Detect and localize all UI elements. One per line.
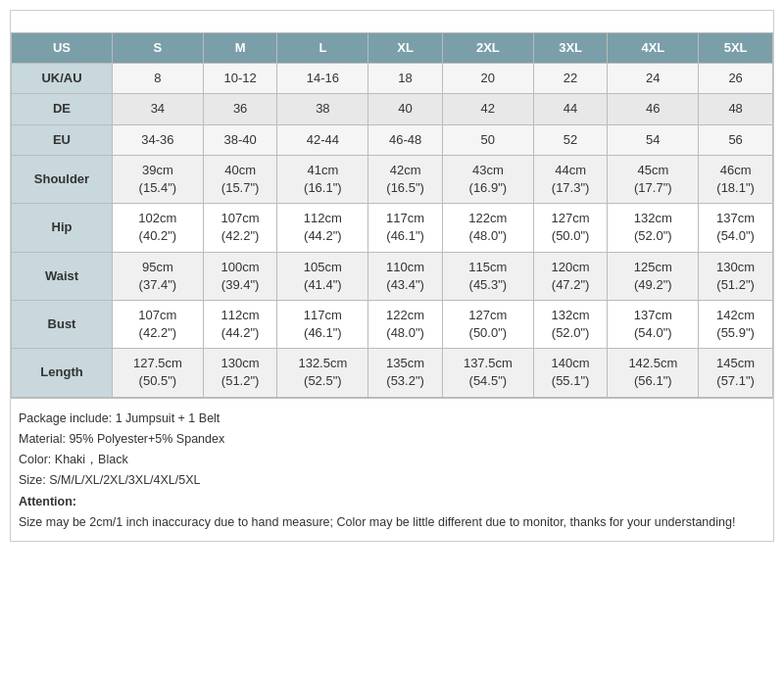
table-cell: 24 bbox=[608, 64, 699, 94]
row-label: Hip bbox=[12, 204, 113, 252]
table-cell: 46 bbox=[608, 94, 699, 124]
table-cell: 132.5cm(52.5") bbox=[277, 349, 368, 397]
table-row: Waist95cm(37.4")100cm(39.4")105cm(41.4")… bbox=[12, 252, 773, 300]
row-label: UK/AU bbox=[12, 64, 113, 94]
notes-section: Package include: 1 Jumpsuit + 1 BeltMate… bbox=[11, 398, 773, 542]
row-label: DE bbox=[12, 94, 113, 124]
table-cell: 34-36 bbox=[112, 124, 203, 155]
table-cell: 120cm(47.2") bbox=[533, 252, 608, 300]
table-row: DE3436384042444648 bbox=[12, 94, 773, 124]
table-row: Length127.5cm(50.5")130cm(51.2")132.5cm(… bbox=[12, 349, 773, 397]
table-cell: 130cm(51.2") bbox=[203, 349, 277, 397]
table-cell: 127cm(50.0") bbox=[533, 204, 608, 252]
table-cell: 42cm(16.5") bbox=[368, 155, 443, 203]
table-cell: 107cm(42.2") bbox=[203, 204, 277, 252]
table-cell: 145cm(57.1") bbox=[699, 349, 773, 397]
col-header-size: S bbox=[112, 33, 203, 64]
table-cell: 46cm(18.1") bbox=[699, 155, 773, 203]
table-cell: 127cm(50.0") bbox=[442, 300, 533, 348]
table-cell: 42 bbox=[442, 94, 533, 124]
table-cell: 38 bbox=[277, 94, 368, 124]
table-cell: 125cm(49.2") bbox=[608, 252, 699, 300]
table-cell: 14-16 bbox=[277, 64, 368, 94]
table-cell: 34 bbox=[112, 94, 203, 124]
table-cell: 130cm(51.2") bbox=[699, 252, 773, 300]
table-cell: 48 bbox=[699, 94, 773, 124]
table-cell: 137cm(54.0") bbox=[699, 204, 773, 252]
note-line: Attention: bbox=[19, 492, 765, 512]
table-cell: 100cm(39.4") bbox=[203, 252, 277, 300]
table-cell: 8 bbox=[112, 64, 203, 94]
table-cell: 36 bbox=[203, 94, 277, 124]
table-cell: 56 bbox=[699, 124, 773, 155]
table-cell: 105cm(41.4") bbox=[277, 252, 368, 300]
table-cell: 95cm(37.4") bbox=[112, 252, 203, 300]
row-label: Length bbox=[12, 349, 113, 397]
note-line: Material: 95% Polyester+5% Spandex bbox=[19, 429, 765, 450]
table-cell: 127.5cm(50.5") bbox=[112, 349, 203, 397]
table-cell: 39cm(15.4") bbox=[112, 155, 203, 203]
table-cell: 26 bbox=[699, 64, 773, 94]
table-cell: 142.5cm(56.1") bbox=[608, 349, 699, 397]
chart-title bbox=[11, 11, 773, 32]
table-cell: 112cm(44.2") bbox=[203, 300, 277, 348]
table-cell: 52 bbox=[533, 124, 608, 155]
table-cell: 40 bbox=[368, 94, 443, 124]
table-cell: 137cm(54.0") bbox=[608, 300, 699, 348]
col-header-size: L bbox=[277, 33, 368, 64]
table-row: Shoulder39cm(15.4")40cm(15.7")41cm(16.1"… bbox=[12, 155, 773, 203]
table-cell: 42-44 bbox=[277, 124, 368, 155]
table-cell: 110cm(43.4") bbox=[368, 252, 443, 300]
table-row: Hip102cm(40.2")107cm(42.2")112cm(44.2")1… bbox=[12, 204, 773, 252]
table-cell: 117cm(46.1") bbox=[368, 204, 443, 252]
col-header-size: 2XL bbox=[442, 33, 533, 64]
col-header-size: 3XL bbox=[533, 33, 608, 64]
col-header-label: US bbox=[12, 33, 113, 64]
table-cell: 122cm(48.0") bbox=[368, 300, 443, 348]
table-cell: 18 bbox=[368, 64, 443, 94]
note-line: Size may be 2cm/1 inch inaccuracy due to… bbox=[19, 512, 765, 533]
table-cell: 140cm(55.1") bbox=[533, 349, 608, 397]
table-cell: 45cm(17.7") bbox=[608, 155, 699, 203]
table-cell: 135cm(53.2") bbox=[368, 349, 443, 397]
col-header-size: M bbox=[203, 33, 277, 64]
col-header-size: 4XL bbox=[608, 33, 699, 64]
note-line: Size: S/M/L/XL/2XL/3XL/4XL/5XL bbox=[19, 470, 765, 491]
col-header-size: 5XL bbox=[699, 33, 773, 64]
table-cell: 38-40 bbox=[203, 124, 277, 155]
table-cell: 40cm(15.7") bbox=[203, 155, 277, 203]
col-header-size: XL bbox=[368, 33, 443, 64]
table-cell: 50 bbox=[442, 124, 533, 155]
row-label: Waist bbox=[12, 252, 113, 300]
table-cell: 22 bbox=[533, 64, 608, 94]
table-row: Bust107cm(42.2")112cm(44.2")117cm(46.1")… bbox=[12, 300, 773, 348]
table-cell: 132cm(52.0") bbox=[608, 204, 699, 252]
note-line: Package include: 1 Jumpsuit + 1 Belt bbox=[19, 409, 765, 429]
table-cell: 46-48 bbox=[368, 124, 443, 155]
row-label: Bust bbox=[12, 300, 113, 348]
row-label: EU bbox=[12, 124, 113, 155]
table-cell: 41cm(16.1") bbox=[277, 155, 368, 203]
table-cell: 44 bbox=[533, 94, 608, 124]
table-cell: 132cm(52.0") bbox=[533, 300, 608, 348]
table-cell: 115cm(45.3") bbox=[442, 252, 533, 300]
table-cell: 102cm(40.2") bbox=[112, 204, 203, 252]
table-cell: 54 bbox=[608, 124, 699, 155]
table-cell: 43cm(16.9") bbox=[442, 155, 533, 203]
note-line: Color: Khaki，Black bbox=[19, 450, 765, 470]
table-cell: 122cm(48.0") bbox=[442, 204, 533, 252]
size-table: USSMLXL2XL3XL4XL5XLUK/AU810-1214-1618202… bbox=[11, 32, 773, 398]
table-cell: 117cm(46.1") bbox=[277, 300, 368, 348]
row-label: Shoulder bbox=[12, 155, 113, 203]
table-cell: 10-12 bbox=[203, 64, 277, 94]
table-cell: 107cm(42.2") bbox=[112, 300, 203, 348]
table-cell: 44cm(17.3") bbox=[533, 155, 608, 203]
table-cell: 142cm(55.9") bbox=[699, 300, 773, 348]
table-row: EU34-3638-4042-4446-4850525456 bbox=[12, 124, 773, 155]
table-cell: 137.5cm(54.5") bbox=[442, 349, 533, 397]
table-row: UK/AU810-1214-161820222426 bbox=[12, 64, 773, 94]
table-cell: 20 bbox=[442, 64, 533, 94]
table-cell: 112cm(44.2") bbox=[277, 204, 368, 252]
size-chart-container: USSMLXL2XL3XL4XL5XLUK/AU810-1214-1618202… bbox=[10, 10, 774, 542]
